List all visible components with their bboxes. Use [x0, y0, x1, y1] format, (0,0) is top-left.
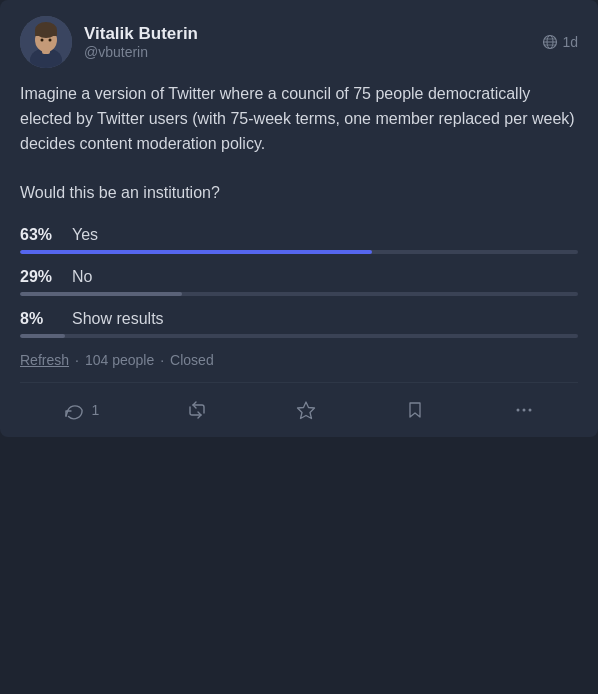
- svg-point-16: [528, 408, 531, 411]
- poll-option-no: 29% No: [20, 268, 578, 296]
- avatar: [20, 16, 72, 68]
- poll-bar-bg-show-results: [20, 334, 578, 338]
- poll-bar-fill-yes: [20, 250, 372, 254]
- star-icon: [295, 399, 317, 421]
- svg-marker-13: [297, 402, 314, 419]
- poll-bar-bg-yes: [20, 250, 578, 254]
- reply-icon: [63, 399, 85, 421]
- poll-option-show-results: 8% Show results: [20, 310, 578, 338]
- voters-count: 104 people: [85, 352, 154, 368]
- timestamp: 1d: [542, 34, 578, 50]
- poll-bar-bg-no: [20, 292, 578, 296]
- svg-rect-5: [35, 30, 57, 36]
- poll-percent-yes: 63%: [20, 226, 58, 244]
- bookmark-icon: [404, 399, 426, 421]
- svg-point-6: [41, 39, 44, 42]
- username: @vbuterin: [84, 44, 198, 60]
- poll-percent-show-results: 8%: [20, 310, 58, 328]
- retweet-icon: [186, 399, 208, 421]
- poll: 63% Yes 29% No 8% Show results: [20, 226, 578, 368]
- user-info: Vitalik Buterin @vbuterin: [84, 24, 198, 60]
- globe-icon: [542, 34, 558, 50]
- poll-bar-fill-no: [20, 292, 182, 296]
- svg-point-15: [522, 408, 525, 411]
- bookmark-button[interactable]: [394, 393, 436, 427]
- poll-label-show-results: Show results: [72, 310, 164, 328]
- like-button[interactable]: [285, 393, 327, 427]
- svg-point-7: [49, 39, 52, 42]
- poll-label-no: No: [72, 268, 92, 286]
- meta-separator-2: ·: [160, 352, 164, 368]
- svg-point-14: [516, 408, 519, 411]
- meta-separator-1: ·: [75, 352, 79, 368]
- poll-option-yes: 63% Yes: [20, 226, 578, 254]
- display-name: Vitalik Buterin: [84, 24, 198, 44]
- reply-count: 1: [91, 402, 99, 418]
- tweet-card: Vitalik Buterin @vbuterin 1d Imagine a v…: [0, 0, 598, 437]
- poll-label-yes: Yes: [72, 226, 98, 244]
- more-button[interactable]: [503, 393, 545, 427]
- ellipsis-icon: [513, 399, 535, 421]
- poll-bar-fill-show-results: [20, 334, 65, 338]
- tweet-header: Vitalik Buterin @vbuterin 1d: [20, 16, 578, 68]
- actions-bar: 1: [20, 382, 578, 437]
- retweet-button[interactable]: [176, 393, 218, 427]
- poll-status: Closed: [170, 352, 214, 368]
- refresh-button[interactable]: Refresh: [20, 352, 69, 368]
- timestamp-value: 1d: [562, 34, 578, 50]
- tweet-text: Imagine a version of Twitter where a cou…: [20, 82, 578, 206]
- user-info-block: Vitalik Buterin @vbuterin: [20, 16, 198, 68]
- reply-button[interactable]: 1: [53, 393, 109, 427]
- poll-meta: Refresh · 104 people · Closed: [20, 352, 578, 368]
- poll-percent-no: 29%: [20, 268, 58, 286]
